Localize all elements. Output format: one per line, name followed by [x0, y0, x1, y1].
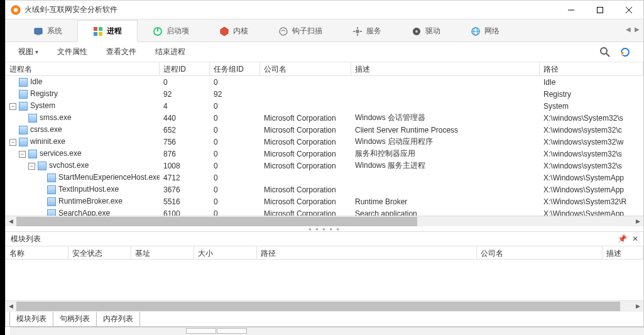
svg-line-22	[606, 53, 609, 57]
cell-path: System	[540, 101, 643, 111]
mheader-size[interactable]: 大小	[194, 246, 257, 259]
table-row[interactable]: Idle 0 0 Idle	[6, 76, 643, 88]
cell-tgid: 0	[210, 185, 260, 195]
table-row[interactable]: Registry 92 92 Registry	[6, 88, 643, 100]
process-name: csrss.exe	[30, 125, 62, 134]
mheader-path[interactable]: 路径	[257, 246, 477, 259]
bottom-tab[interactable]: 句柄列表	[53, 311, 97, 327]
cell-desc	[351, 82, 540, 83]
cell-pid: 0	[160, 77, 210, 87]
cell-pid: 1008	[160, 161, 210, 171]
cell-company: Microsoft Corporation	[260, 185, 351, 195]
view-dropdown[interactable]: 视图	[18, 47, 38, 57]
close-panel-icon[interactable]: ✕	[632, 234, 638, 243]
process-name: TextInputHost.exe	[58, 185, 119, 194]
grid-header: 进程名 进程ID 任务组ID 公司名 描述 路径	[6, 62, 643, 76]
cell-path: X:\windows\system32\s	[540, 161, 643, 171]
cell-pid: 756	[160, 137, 210, 147]
header-company[interactable]: 公司名	[260, 62, 351, 75]
table-row[interactable]: SearchApp.exe 6100 0 Microsoft Corporati…	[6, 207, 643, 216]
cell-desc: 服务和控制器应用	[351, 148, 540, 160]
table-row[interactable]: smss.exe 440 0 Microsoft Corporation Win…	[6, 112, 643, 124]
cell-path: X:\Windows\System32\R	[540, 197, 643, 207]
tab-process[interactable]: 进程	[77, 20, 138, 42]
cell-pid: 6100	[160, 209, 210, 216]
header-name[interactable]: 进程名	[6, 62, 160, 75]
bottom-tab[interactable]: 模块列表	[9, 311, 53, 327]
tab-label: 网络	[484, 26, 499, 36]
tab-label: 内核	[233, 26, 248, 36]
tab-service[interactable]: 服务	[337, 21, 396, 41]
process-icon	[93, 26, 103, 36]
bottom-tabs: 模块列表句柄列表内存列表	[6, 311, 643, 326]
horizontal-scrollbar[interactable]: ◀ ▶	[6, 216, 643, 226]
tree-toggle[interactable]: −	[9, 139, 16, 146]
module-horizontal-scrollbar[interactable]: ◀ ▶	[6, 300, 643, 311]
tab-startup[interactable]: 启动项	[138, 21, 204, 41]
view-file-button[interactable]: 查看文件	[106, 47, 136, 57]
minimize-button[interactable]	[557, 1, 586, 19]
mheader-desc[interactable]: 描述	[603, 246, 643, 259]
process-name: services.exe	[40, 149, 82, 158]
table-row[interactable]: −wininit.exe 756 0 Microsoft Corporation…	[6, 136, 643, 148]
process-name: wininit.exe	[30, 137, 65, 146]
table-row[interactable]: −System 4 0 System	[6, 100, 643, 112]
cell-tgid: 0	[210, 125, 260, 135]
main-tabs: 系统进程启动项内核钩子扫描服务驱动网络 ◀ ▶	[6, 19, 643, 42]
tab-label: 进程	[107, 26, 122, 36]
svg-point-21	[601, 48, 607, 54]
mheader-company[interactable]: 公司名	[477, 246, 603, 259]
cell-pid: 652	[160, 125, 210, 135]
cell-company	[260, 177, 351, 178]
system-icon	[33, 26, 43, 36]
cell-tgid: 0	[210, 137, 260, 147]
svg-rect-3	[598, 7, 603, 13]
startup-icon	[153, 26, 163, 36]
cell-tgid: 0	[210, 197, 260, 207]
mheader-base[interactable]: 基址	[131, 246, 194, 259]
header-pid[interactable]: 进程ID	[160, 62, 210, 75]
tab-driver[interactable]: 驱动	[396, 21, 456, 41]
search-icon[interactable]	[599, 47, 611, 58]
process-icon	[19, 138, 28, 146]
svg-rect-8	[94, 27, 97, 31]
table-row[interactable]: RuntimeBroker.exe 5516 0 Microsoft Corpo…	[6, 195, 643, 207]
process-name: smss.exe	[40, 113, 72, 122]
module-body[interactable]	[6, 260, 643, 300]
table-row[interactable]: TextInputHost.exe 3676 0 Microsoft Corpo…	[6, 184, 643, 195]
window-title: 火绒剑-互联网安全分析软件	[25, 4, 557, 15]
cell-company	[260, 94, 351, 95]
svg-rect-6	[35, 28, 42, 34]
tree-toggle[interactable]: −	[28, 163, 35, 170]
bottom-tab[interactable]: 内存列表	[96, 311, 140, 327]
header-tgid[interactable]: 任务组ID	[210, 62, 260, 75]
tab-system[interactable]: 系统	[18, 21, 77, 41]
table-row[interactable]: −svchost.exe 1008 0 Microsoft Corporatio…	[6, 160, 643, 172]
end-process-button[interactable]: 结束进程	[155, 47, 185, 57]
table-row[interactable]: −services.exe 876 0 Microsoft Corporatio…	[6, 148, 643, 160]
tree-toggle[interactable]: −	[9, 103, 16, 110]
refresh-icon[interactable]	[619, 47, 631, 58]
header-desc[interactable]: 描述	[351, 62, 540, 75]
table-row[interactable]: csrss.exe 652 0 Microsoft Corporation Cl…	[6, 124, 643, 136]
cell-desc	[351, 189, 540, 190]
table-row[interactable]: StartMenuExperienceHost.exe 4712 0 X:\Wi…	[6, 172, 643, 184]
file-properties-button[interactable]: 文件属性	[57, 47, 87, 57]
pin-icon[interactable]: 📌	[618, 234, 627, 243]
process-icon	[19, 90, 28, 99]
grid-body[interactable]: Idle 0 0 Idle Registry 92 92 Registry −S…	[6, 76, 643, 216]
tab-prev-icon[interactable]: ◀	[625, 25, 632, 34]
header-path[interactable]: 路径	[540, 62, 643, 75]
tab-next-icon[interactable]: ▶	[633, 25, 641, 34]
maximize-button[interactable]	[586, 1, 614, 19]
tree-toggle[interactable]: −	[19, 151, 26, 158]
tab-network[interactable]: 网络	[456, 21, 515, 41]
tab-hook[interactable]: 钩子扫描	[263, 21, 337, 41]
module-panel-title: 模块列表	[11, 234, 41, 244]
splitter[interactable]: ● ● ● ● ●	[6, 226, 643, 231]
close-button[interactable]	[614, 1, 643, 19]
mheader-name[interactable]: 名称	[6, 246, 68, 259]
tab-kernel[interactable]: 内核	[204, 21, 263, 41]
cell-tgid: 0	[210, 113, 260, 123]
mheader-sec[interactable]: 安全状态	[68, 246, 131, 259]
